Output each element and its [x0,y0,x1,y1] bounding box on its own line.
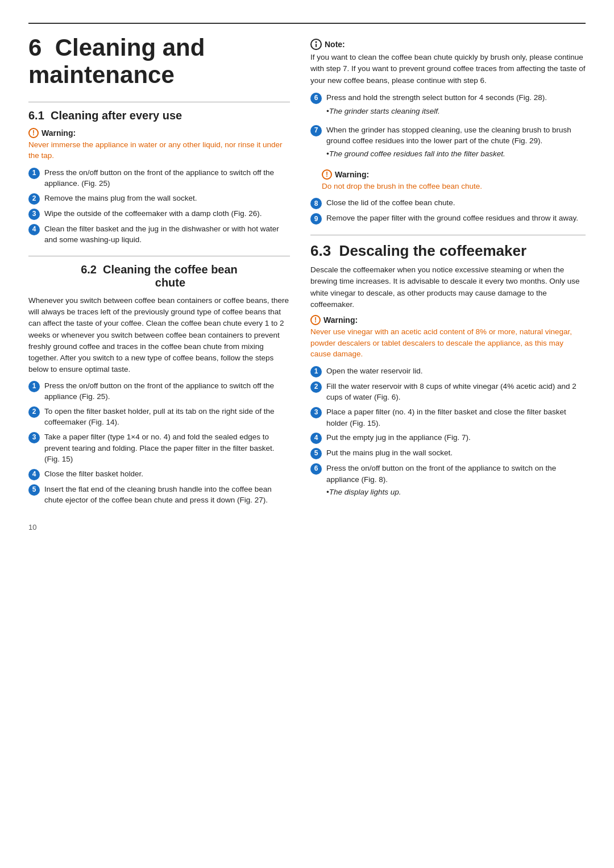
section-6-3-body: Descale the coffeemaker when you notice … [310,264,586,310]
inner-warning-label: ! Warning: [322,169,586,180]
step-badge-6: 6 [310,93,322,104]
list-item: 1 Press the on/off button on the front o… [28,167,290,189]
right-column: Note: If you want to clean the coffee be… [310,34,586,531]
section-divider-3 [310,235,586,235]
section-6-3-title: 6.3 Descaling the coffeemaker [310,242,586,260]
chapter-title: 6 Cleaning andmaintenance [28,34,290,89]
steps-list-6-2: 1 Press the on/off button on the front o… [28,380,290,506]
list-item: 6 Press and hold the strength select but… [310,92,586,121]
sub-item: The ground coffee residues fall into the… [326,149,505,160]
svg-point-1 [316,41,317,43]
list-item: 4 Put the empty jug in the appliance (Fi… [310,432,586,444]
step-badge-4: 4 [28,469,40,480]
warning-label-6-3: ! Warning: [310,315,586,325]
list-item: 4 Clean the filter basket and the jug in… [28,223,290,246]
sub-list-6-3: The display lights up. [326,487,401,500]
list-item: 1 Press the on/off button on the front o… [28,380,290,402]
list-item: 3 Place a paper filter (no. 4) in the fi… [310,406,586,429]
note-label: Note: [310,39,586,50]
warning-icon-6-3: ! [310,315,321,325]
sub-list-6: The grinder starts cleaning itself. [326,106,440,119]
inner-warning-block: ! Warning: Do not drop the brush in the … [310,169,586,192]
step-badge-7: 7 [310,125,322,136]
steps-list-6-3: 1 Open the water reservoir lid. 2 Fill t… [310,366,586,502]
step-badge-4: 4 [310,433,322,444]
left-column: 6 Cleaning andmaintenance 6.1 Cleaning a… [28,34,290,531]
step-badge-1: 1 [310,366,322,377]
list-item: 8 Close the lid of the coffee bean chute… [310,197,586,209]
section-6-2: 6.2 Cleaning the coffee bean chute Whene… [28,263,290,506]
steps-continued-list: 6 Press and hold the strength select but… [310,92,586,164]
inner-warning-text: Do not drop the brush in the coffee bean… [322,181,586,192]
page-number: 10 [28,523,290,531]
inner-warning-icon: ! [322,169,332,180]
step-badge-1: 1 [28,381,40,392]
warning-text-6-3: Never use vinegar with an acetic acid co… [310,326,586,360]
step-badge-5: 5 [28,484,40,496]
list-item: 5 Put the mains plug in the wall socket. [310,447,586,459]
list-item: 3 Take a paper filter (type 1×4 or no. 4… [28,431,290,465]
list-item: 9 Remove the paper filter with the groun… [310,213,586,225]
list-item: 5 Insert the flat end of the cleaning br… [28,484,290,506]
top-divider [28,23,586,24]
warning-text-6-1: Never immerse the appliance in water or … [28,139,290,161]
list-item: 2 Remove the mains plug from the wall so… [28,193,290,205]
steps-final-list: 8 Close the lid of the coffee bean chute… [310,197,586,225]
step-badge-3: 3 [310,407,322,418]
step-badge-3: 3 [28,432,40,443]
list-item: 6 Press the on/off button on the front o… [310,463,586,502]
note-icon [310,39,322,50]
step-badge-2: 2 [28,193,40,205]
warning-icon-6-1: ! [28,128,39,138]
step-badge-3: 3 [28,209,40,220]
list-item: 3 Wipe the outside of the coffeemaker wi… [28,208,290,220]
step-badge-2: 2 [310,381,322,393]
section-6-2-title: 6.2 Cleaning the coffee bean chute [28,263,290,289]
warning-block-6-1: ! Warning: Never immerse the appliance i… [28,128,290,161]
sub-item: The grinder starts cleaning itself. [326,106,440,117]
step-badge-4: 4 [28,224,40,235]
section-divider-1 [28,102,290,102]
chapter-title-text: Cleaning andmaintenance [28,34,205,88]
list-item: 1 Open the water reservoir lid. [310,366,586,377]
step-badge-2: 2 [28,406,40,418]
section-6-1-title: 6.1 Cleaning after every use [28,109,290,122]
warning-block-6-3: ! Warning: Never use vinegar with an ace… [310,315,586,360]
note-text: If you want to clean the coffee bean chu… [310,52,586,86]
warning-label-6-1: ! Warning: [28,128,290,138]
step-badge-8: 8 [310,198,322,209]
list-item: 7 When the grinder has stopped cleaning,… [310,124,586,164]
list-item: 2 Fill the water reservoir with 8 cups o… [310,381,586,403]
step-badge-1: 1 [28,168,40,179]
list-item: 2 To open the filter basket holder, pull… [28,406,290,428]
list-item: 4 Close the filter basket holder. [28,468,290,480]
section-6-1: 6.1 Cleaning after every use ! Warning: … [28,109,290,246]
step-badge-9: 9 [310,213,322,225]
chapter-number: 6 [28,34,42,61]
steps-list-6-1: 1 Press the on/off button on the front o… [28,167,290,246]
note-block: Note: If you want to clean the coffee be… [310,39,586,86]
sub-item: The display lights up. [326,487,401,498]
section-6-3: 6.3 Descaling the coffeemaker Descale th… [310,242,586,502]
section-divider-2 [28,256,290,256]
step-badge-5: 5 [310,448,322,459]
sub-list-7: The ground coffee residues fall into the… [326,149,505,161]
svg-rect-2 [316,44,317,47]
section-6-2-body: Whenever you switch between coffee bean … [28,295,290,376]
step-badge-6: 6 [310,463,322,475]
